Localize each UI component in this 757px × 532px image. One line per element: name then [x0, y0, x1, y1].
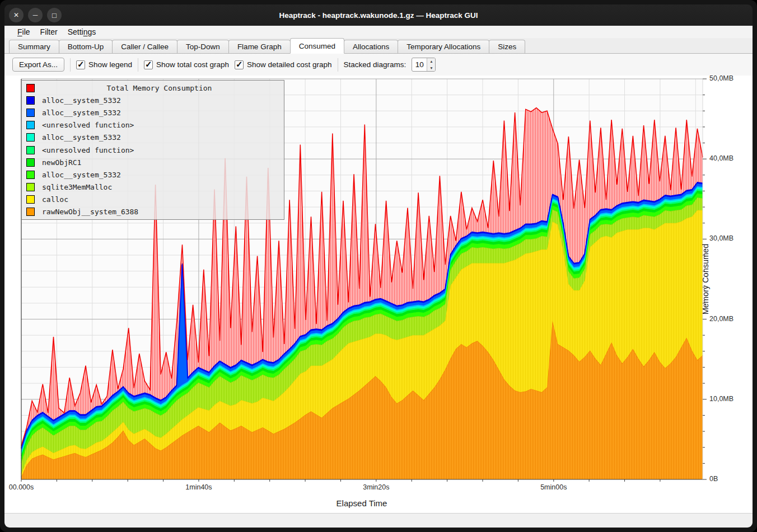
spinner-arrows: ▲ ▼	[427, 58, 435, 71]
y-tick-label: 20,0MB	[709, 315, 733, 323]
legend-label: newObjRC1	[42, 158, 81, 167]
stacked-diagrams-spinner[interactable]: 10 ▲ ▼	[412, 58, 436, 72]
checkmark-icon: ✓	[77, 59, 85, 69]
legend-swatch	[26, 133, 35, 142]
title-bar[interactable]: ✕ ─ □ Heaptrack - heaptrack.wakunode.1.g…	[4, 4, 753, 26]
toolbar-separator	[338, 58, 338, 72]
tab-bottom-up[interactable]: Bottom-Up	[59, 40, 113, 53]
tab-bar: SummaryBottom-UpCaller / CalleeTop-DownF…	[4, 38, 753, 54]
chart-legend: Total Memory Consumptionalloc__system_53…	[21, 80, 284, 220]
spinner-value[interactable]: 10	[412, 58, 427, 71]
show-legend-checkbox[interactable]: ✓ Show legend	[76, 60, 132, 69]
legend-label: sqlite3MemMalloc	[42, 183, 112, 191]
tab-consumed[interactable]: Consumed	[290, 38, 344, 54]
checkbox-label: Show detailed cost graph	[247, 60, 332, 69]
legend-item: rawNewObj__system_6388	[22, 206, 284, 218]
legend-label: <unresolved function>	[42, 146, 134, 154]
y-tick-label: 0B	[709, 475, 718, 483]
legend-item: alloc__system_5332	[22, 94, 284, 106]
status-strip	[4, 513, 753, 528]
toolbar-separator	[70, 58, 71, 72]
legend-swatch	[26, 158, 35, 167]
legend-label: alloc__system_5332	[42, 96, 121, 105]
legend-swatch	[26, 109, 35, 117]
legend-item: alloc__system_5332	[22, 168, 284, 181]
checkbox-box: ✓	[235, 60, 244, 69]
tab-summary[interactable]: Summary	[9, 40, 59, 53]
legend-label: alloc__system_5332	[42, 109, 121, 117]
export-as-button[interactable]: Export As...	[12, 58, 64, 72]
toolbar: Export As... ✓ Show legend ✓ Show total …	[4, 54, 753, 76]
tab-temporary-allocations[interactable]: Temporary Allocations	[398, 40, 489, 53]
spin-up-icon[interactable]: ▲	[427, 58, 435, 65]
legend-label: rawNewObj__system_6388	[42, 208, 138, 216]
legend-label: Total Memory Consumption	[35, 84, 284, 92]
menu-item-file[interactable]: File	[12, 26, 35, 38]
legend-item: <unresolved function>	[22, 119, 284, 131]
legend-item: sqlite3MemMalloc	[22, 181, 284, 194]
menu-bar: FileFilterSettings	[4, 26, 753, 38]
spin-down-icon[interactable]: ▼	[427, 65, 435, 72]
tab-sizes[interactable]: Sizes	[489, 40, 525, 53]
checkbox-label: Show legend	[88, 60, 132, 69]
tab-top-down[interactable]: Top-Down	[177, 40, 229, 53]
window-title: Heaptrack - heaptrack.wakunode.1.gz — He…	[4, 4, 753, 26]
legend-swatch	[26, 121, 35, 129]
checkbox-label: Show total cost graph	[156, 60, 229, 69]
tab-flame-graph[interactable]: Flame Graph	[228, 40, 291, 53]
y-tick-label: 50,0MB	[709, 74, 733, 82]
legend-swatch	[26, 195, 35, 204]
legend-item: calloc	[22, 194, 284, 206]
x-tick-label: 5min00s	[529, 483, 579, 491]
legend-label: alloc__system_5332	[42, 171, 121, 179]
legend-item: <unresolved function>	[22, 144, 284, 156]
legend-item: alloc__system_5332	[22, 131, 284, 144]
y-tick-label: 10,0MB	[709, 395, 733, 403]
x-tick-label: 00.000s	[0, 483, 46, 491]
legend-swatch	[26, 146, 35, 154]
legend-label: <unresolved function>	[42, 121, 134, 129]
stacked-diagrams-label: Stacked diagrams:	[344, 60, 406, 69]
legend-swatch	[26, 208, 35, 216]
show-detailed-cost-checkbox[interactable]: ✓ Show detailed cost graph	[235, 60, 332, 69]
menu-item-filter[interactable]: Filter	[35, 26, 63, 38]
consumed-chart-panel: Total Memory Consumptionalloc__system_53…	[4, 76, 753, 513]
checkbox-box: ✓	[76, 60, 85, 69]
legend-label: alloc__system_5332	[42, 133, 121, 142]
legend-swatch	[26, 171, 35, 179]
legend-swatch	[26, 183, 35, 191]
legend-label: calloc	[42, 195, 68, 204]
y-axis-title: Memory Consumed	[701, 234, 710, 324]
y-tick-label: 30,0MB	[709, 234, 733, 242]
legend-item: alloc__system_5332	[22, 106, 284, 119]
legend-swatch	[26, 96, 35, 105]
toolbar-separator	[138, 58, 138, 72]
app-window: ✕ ─ □ Heaptrack - heaptrack.wakunode.1.g…	[0, 0, 757, 532]
y-tick-label: 40,0MB	[709, 154, 733, 162]
checkmark-icon: ✓	[145, 59, 152, 69]
legend-swatch	[26, 84, 35, 92]
legend-item: newObjRC1	[22, 156, 284, 168]
legend-item: Total Memory Consumption	[22, 82, 284, 94]
x-tick-label: 1min40s	[174, 483, 224, 491]
tab-caller-callee[interactable]: Caller / Callee	[112, 40, 177, 53]
menu-item-settings[interactable]: Settings	[63, 26, 101, 38]
show-total-cost-checkbox[interactable]: ✓ Show total cost graph	[144, 60, 229, 69]
checkbox-box: ✓	[144, 60, 153, 69]
tab-allocations[interactable]: Allocations	[344, 40, 398, 53]
x-axis-title: Elapsed Time	[306, 498, 418, 508]
x-tick-label: 3min20s	[351, 483, 401, 491]
checkmark-icon: ✓	[236, 59, 243, 69]
